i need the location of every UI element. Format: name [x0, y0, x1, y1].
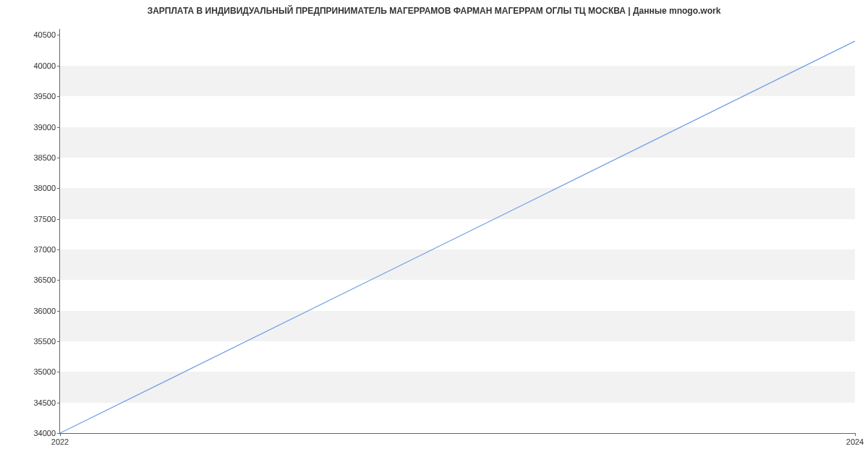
- x-tick-mark: [60, 433, 61, 436]
- y-tick-mark: [57, 35, 60, 35]
- y-tick-mark: [57, 158, 60, 158]
- line-series: [60, 29, 855, 433]
- y-tick-label: 37000: [33, 245, 60, 254]
- y-tick-label: 37500: [33, 215, 60, 223]
- y-tick-mark: [57, 96, 60, 97]
- y-tick-mark: [57, 280, 60, 281]
- chart-title: ЗАРПЛАТА В ИНДИВИДУАЛЬНЫЙ ПРЕДПРИНИМАТЕЛ…: [0, 0, 868, 16]
- y-tick-mark: [57, 188, 60, 189]
- y-tick-mark: [57, 403, 60, 403]
- y-tick-mark: [57, 219, 60, 220]
- y-tick-mark: [57, 372, 60, 372]
- plot-area: 3400034500350003550036000365003700037500…: [59, 29, 855, 434]
- y-tick-label: 40500: [33, 30, 60, 39]
- y-tick-label: 38000: [33, 184, 60, 192]
- y-tick-label: 40000: [33, 61, 60, 70]
- y-tick-label: 36500: [33, 275, 60, 284]
- y-tick-label: 35000: [33, 367, 60, 376]
- data-line: [60, 41, 855, 433]
- x-tick-mark: [855, 433, 856, 436]
- y-tick-mark: [57, 341, 60, 342]
- y-tick-mark: [57, 66, 60, 67]
- chart-container: ЗАРПЛАТА В ИНДИВИДУАЛЬНЫЙ ПРЕДПРИНИМАТЕЛ…: [0, 0, 868, 470]
- y-tick-label: 34500: [33, 398, 60, 407]
- y-tick-label: 39000: [33, 123, 60, 132]
- y-tick-label: 39500: [33, 92, 60, 101]
- y-tick-label: 38500: [33, 153, 60, 162]
- y-tick-label: 35500: [33, 337, 60, 346]
- y-tick-mark: [57, 249, 60, 250]
- y-tick-mark: [57, 311, 60, 312]
- y-tick-mark: [57, 127, 60, 128]
- y-tick-label: 36000: [33, 307, 60, 315]
